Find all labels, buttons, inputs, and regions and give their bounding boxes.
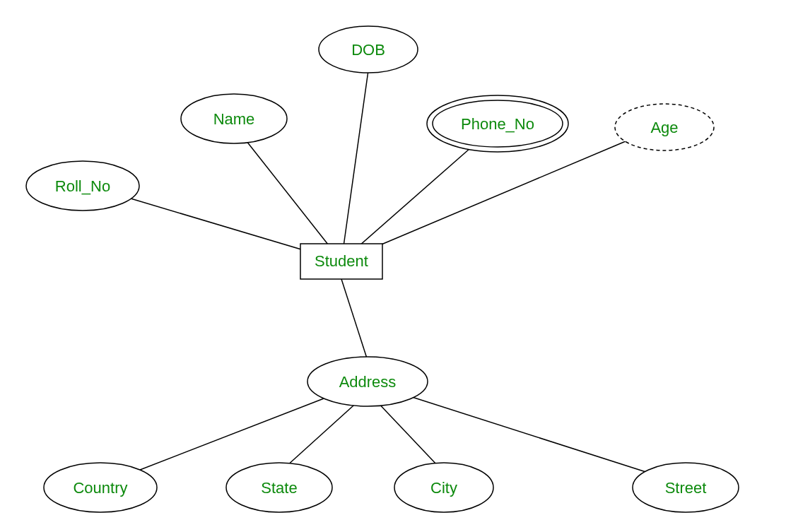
attr-state-label: State bbox=[261, 479, 297, 497]
edge-student-address bbox=[341, 279, 368, 360]
attr-dob-label: DOB bbox=[351, 41, 385, 59]
attr-age-label: Age bbox=[650, 119, 678, 136]
entity-student-label: Student bbox=[315, 252, 368, 270]
attr-street-label: Street bbox=[665, 479, 707, 497]
attr-name-label: Name bbox=[213, 110, 255, 128]
edge-student-name bbox=[244, 138, 341, 261]
er-diagram: Student Roll_No Name DOB Phone_No Age Ad… bbox=[0, 0, 786, 532]
edge-address-street bbox=[375, 385, 650, 473]
attr-address-label: Address bbox=[339, 373, 397, 391]
attr-city-label: City bbox=[430, 479, 457, 497]
edge-student-age bbox=[341, 141, 626, 261]
attr-rollno-label: Roll_No bbox=[55, 177, 110, 195]
attr-phoneno-label: Phone_No bbox=[461, 115, 534, 133]
edge-address-city bbox=[375, 399, 438, 466]
attr-country-label: Country bbox=[73, 479, 127, 497]
edge-student-dob bbox=[341, 71, 368, 261]
